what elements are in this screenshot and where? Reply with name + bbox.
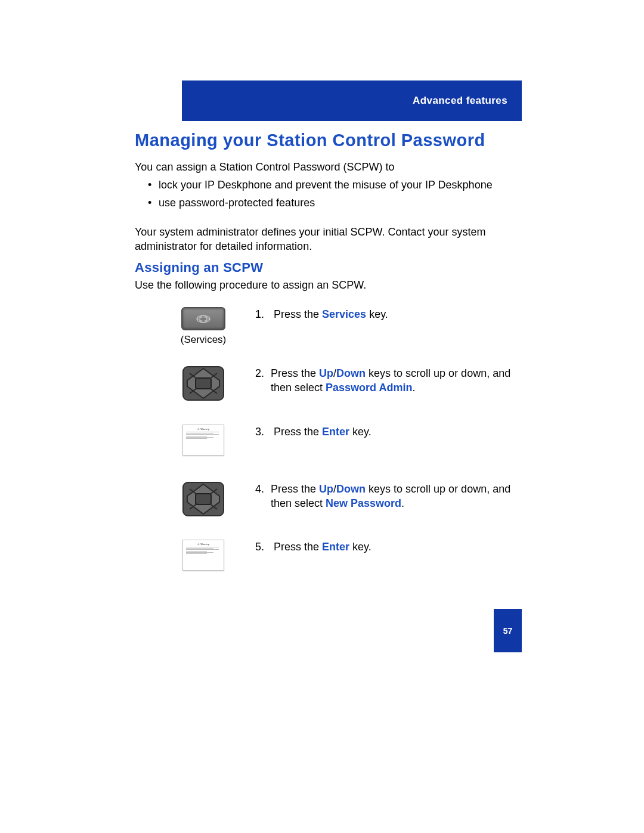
step-highlight-target: Password Admin [326,382,412,394]
page-number: 57 [503,626,513,636]
step-1-text: 1. Press the Services key. [255,307,518,321]
step-text-post: . [412,382,415,394]
document-page: Advanced features Managing your Station … [0,0,644,833]
step-text-post: key. [349,426,371,438]
step-4-icon-column [177,482,230,516]
step-highlight: Enter [322,426,349,438]
svg-rect-4 [196,378,211,389]
bullet-item: use password-protected features [135,196,516,210]
svg-rect-11 [196,494,211,504]
step-3-icon-column: ⚠ Warning [177,425,230,456]
svg-point-0 [197,315,210,323]
dialog-thumbnail-icon: ⚠ Warning [182,425,224,456]
step-highlight-up: Up [319,367,333,379]
step-text-pre: Press the [274,308,322,320]
dialog-thumbnail-icon: ⚠ Warning [182,540,224,571]
step-5-text: 5. Press the Enter key. [255,540,518,554]
step-text-pre: Press the [274,541,322,553]
step-highlight-target: New Password [326,497,401,509]
step-text-pre: Press the [271,483,319,495]
step-text-post: key. [349,541,371,553]
step-2-icon-column [177,366,230,401]
services-key-icon [181,307,225,330]
bullet-item: lock your IP Deskphone and prevent the m… [135,178,516,192]
step-highlight: Enter [322,541,349,553]
step-2-text: 2. Press the Up/Down keys to scroll up o… [255,366,518,395]
step-number: 4. [255,482,271,511]
svg-point-1 [200,315,207,323]
step-text-pre: Press the [274,426,322,438]
subsection-intro: Use the following procedure to assign an… [135,279,516,292]
section-header-text: Advanced features [413,95,507,107]
step-1-icon-column: (Services) [177,307,230,346]
step-highlight-down: Down [336,367,366,379]
step-text-pre: Press the [271,367,319,379]
section-header-band: Advanced features [182,80,522,121]
subsection-title: Assigning an SCPW [135,260,263,275]
step-number: 1. [255,307,271,321]
step-highlight: Services [322,308,366,320]
services-key-label: (Services) [177,334,230,346]
page-number-box: 57 [494,609,522,652]
step-number: 2. [255,366,271,395]
step-highlight-down: Down [336,483,366,495]
admin-paragraph: Your system administrator defines your i… [135,225,516,254]
step-5-icon-column: ⚠ Warning [177,540,230,571]
nav-key-icon [182,366,224,401]
step-text-post: key. [366,308,388,320]
step-number: 5. [255,540,271,554]
step-highlight-up: Up [319,483,333,495]
intro-bullet-list: lock your IP Deskphone and prevent the m… [135,178,516,214]
step-3-text: 3. Press the Enter key. [255,425,518,439]
intro-paragraph: You can assign a Station Control Passwor… [135,160,516,174]
step-number: 3. [255,425,271,439]
step-4-text: 4. Press the Up/Down keys to scroll up o… [255,482,518,511]
step-text-post: . [401,497,404,509]
nav-key-icon [182,482,224,516]
page-title: Managing your Station Control Password [135,131,485,150]
